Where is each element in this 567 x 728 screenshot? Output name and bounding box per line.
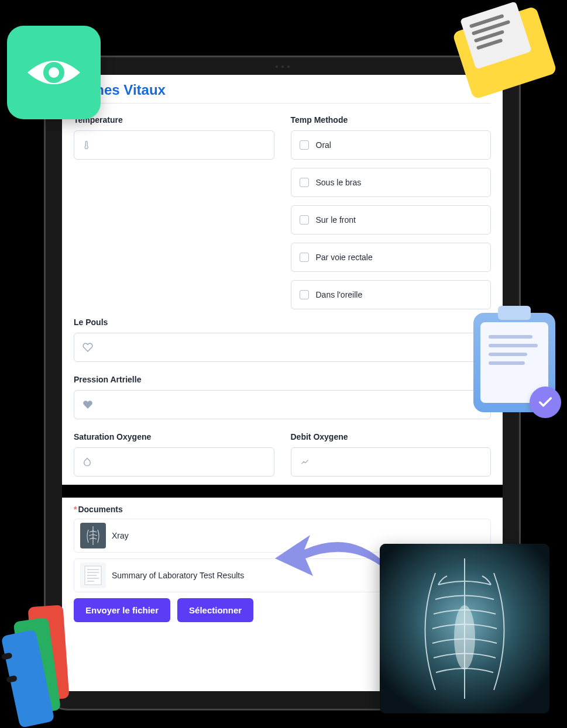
document-name: Summary of Laboratory Test Results (112, 571, 244, 580)
temp-method-group: Temp Methode OralSous le brasSur le fron… (291, 115, 492, 318)
svg-point-8 (49, 67, 59, 78)
thermometer-icon (83, 140, 91, 150)
blood-pressure-input[interactable] (74, 390, 491, 419)
oxygen-sat-field-group: Saturation Oxygene (74, 432, 274, 477)
temperature-label: Temperature (74, 115, 274, 125)
heart-filled-icon (83, 399, 93, 410)
option-label: Sur le front (316, 215, 356, 225)
checkbox-icon[interactable] (300, 290, 309, 299)
documents-label: Documents (78, 505, 122, 514)
oxygen-flow-field-group: Debit Oxygene (291, 432, 492, 477)
report-thumbnail (80, 563, 106, 588)
trend-icon (300, 458, 310, 466)
temp-method-label: Temp Methode (291, 115, 492, 125)
temp-method-option[interactable]: Par voie rectale (291, 243, 492, 272)
temperature-field-group: Temperature (74, 115, 274, 318)
check-icon (530, 387, 561, 418)
divider-gap (62, 485, 503, 498)
oxygen-flow-label: Debit Oxygene (291, 432, 492, 441)
clipboard-decoration (473, 313, 555, 412)
svg-point-10 (454, 605, 475, 670)
section-header[interactable]: Signes Vitaux (74, 82, 491, 103)
droplet-icon (83, 457, 92, 467)
blood-pressure-label: Pression Artrielle (74, 375, 491, 384)
eye-badge-decoration (7, 26, 101, 119)
pulse-label: Le Pouls (74, 318, 491, 327)
oxygen-sat-label: Saturation Oxygene (74, 432, 274, 441)
heart-outline-icon (83, 342, 93, 353)
arrow-decoration (269, 523, 392, 588)
eye-icon (25, 52, 83, 93)
checkbox-icon[interactable] (300, 178, 309, 187)
oxygen-flow-input[interactable] (291, 447, 492, 477)
temp-method-option[interactable]: Sur le front (291, 205, 492, 234)
option-label: Dans l'oreille (316, 290, 363, 299)
oxygen-sat-input[interactable] (74, 447, 274, 477)
required-asterisk: * (74, 505, 77, 514)
pulse-field-group: Le Pouls (74, 318, 491, 375)
option-label: Oral (316, 140, 331, 150)
blood-pressure-field-group: Pression Artrielle (74, 375, 491, 432)
xray-image-decoration (380, 544, 549, 713)
xray-thumbnail (80, 523, 106, 548)
temperature-input[interactable] (74, 130, 274, 160)
temp-method-option[interactable]: Oral (291, 130, 492, 160)
checkbox-icon[interactable] (300, 140, 309, 150)
select-button[interactable]: Sélectionner (177, 598, 253, 622)
option-label: Sous le bras (316, 178, 362, 187)
checkbox-icon[interactable] (300, 215, 309, 225)
temp-method-option[interactable]: Dans l'oreille (291, 280, 492, 309)
option-label: Par voie rectale (316, 253, 373, 262)
checkbox-icon[interactable] (300, 253, 309, 262)
temp-method-option[interactable]: Sous le bras (291, 168, 492, 197)
document-name: Xray (112, 531, 129, 540)
pulse-input[interactable] (74, 333, 491, 362)
